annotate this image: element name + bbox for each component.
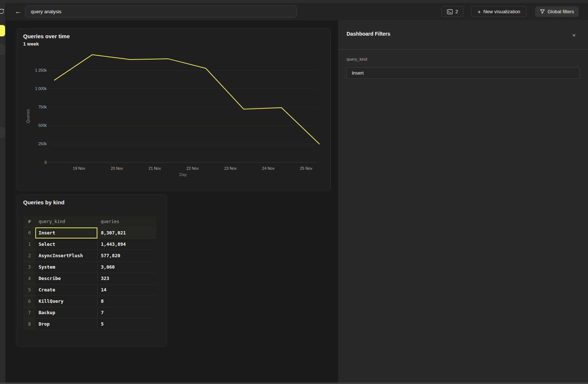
x-axis-tick-label: 25 Nov (300, 166, 312, 171)
console-tabs-button[interactable]: 2 (441, 6, 463, 17)
y-axis-tick-label: 750k (38, 105, 47, 109)
query-kind-cell[interactable]: Describe (35, 273, 97, 284)
queries-over-time-card: Queries over time 1 week 0250k500k750k1 … (17, 28, 331, 191)
queries-count-cell[interactable]: 8,307,021 (97, 227, 157, 238)
x-axis-tick-label: 23 Nov (224, 166, 237, 171)
query-kind-cell[interactable]: AsyncInsertFlush (35, 250, 97, 261)
dashboard-canvas: Queries over time 1 week 0250k500k750k1 … (6, 20, 338, 384)
console-count: 2 (455, 9, 458, 14)
row-index: 4 (24, 273, 35, 284)
table-row: 4Describe323 (24, 273, 157, 284)
new-visualization-label: New visualization (483, 9, 520, 14)
column-header-queries: queries (97, 216, 157, 227)
query-kind-cell[interactable]: Drop (35, 318, 97, 330)
table-row: 2AsyncInsertFlush577,820 (24, 250, 157, 261)
table-row: 7Backup7 (24, 307, 157, 318)
y-axis-tick-label: 0 (44, 160, 47, 165)
dashboard-filters-panel: Dashboard Filters × query_kind (338, 20, 588, 384)
x-axis-tick-label: 20 Nov (111, 166, 123, 171)
new-visualization-button[interactable]: + New visualization (471, 6, 527, 17)
queries-by-kind-table: # query_kind queries 0Insert8,307,0211Se… (24, 216, 157, 330)
query-kind-cell[interactable]: Create (35, 284, 97, 295)
queries-over-time-chart: 0250k500k750k1 000k1 250kQueries19 Nov20… (17, 29, 330, 191)
queries-count-cell[interactable]: 3,060 (97, 261, 157, 273)
query-kind-cell[interactable]: KillQuery (35, 295, 97, 307)
row-index: 1 (24, 238, 35, 250)
queries-line-series (54, 55, 319, 144)
back-button[interactable]: ← (13, 7, 23, 16)
table-row: 5Create14 (24, 284, 157, 295)
close-icon[interactable]: × (570, 32, 578, 39)
y-axis-tick-label: 500k (38, 123, 47, 128)
topbar: ← 2 + New visualization Global filters (6, 3, 588, 20)
queries-count-cell[interactable]: 323 (97, 273, 157, 284)
filter-funnel-icon (540, 9, 545, 14)
y-axis-title: Queries (26, 109, 30, 123)
panel-divider (338, 49, 588, 50)
queries-count-cell[interactable]: 577,820 (97, 250, 157, 261)
history-refresh-icon[interactable] (0, 8, 5, 15)
console-icon (447, 9, 453, 14)
x-axis-title: Day (179, 172, 187, 177)
table-title: Queries by kind (23, 199, 65, 206)
row-index: 2 (24, 250, 35, 261)
queries-count-cell[interactable]: 8 (97, 295, 157, 307)
sidebar-item-2[interactable] (0, 44, 5, 55)
query-kind-cell[interactable]: Backup (35, 307, 97, 318)
query-kind-filter-input[interactable] (347, 67, 580, 79)
global-filters-button[interactable]: Global filters (535, 6, 579, 17)
filter-field-label: query_kind (347, 57, 367, 61)
row-index: 0 (24, 227, 35, 238)
row-index: 5 (24, 284, 35, 295)
column-header-query-kind: query_kind (35, 216, 97, 227)
column-header-index: # (24, 216, 35, 227)
queries-table-body: 0Insert8,307,0211Select1,443,8942AsyncIn… (24, 227, 157, 330)
sidebar-item-active[interactable] (0, 25, 5, 36)
x-axis-tick-label: 24 Nov (262, 166, 275, 171)
y-axis-tick-label: 250k (38, 141, 47, 146)
y-axis-tick-label: 1 250k (35, 68, 47, 72)
queries-count-cell[interactable]: 5 (97, 318, 157, 330)
queries-count-cell[interactable]: 1,443,894 (97, 238, 157, 250)
filters-panel-title: Dashboard Filters (347, 31, 390, 37)
row-index: 6 (24, 295, 35, 307)
row-index: 7 (24, 307, 35, 318)
global-filters-label: Global filters (548, 9, 574, 14)
table-row: 1Select1,443,894 (24, 238, 157, 250)
table-row: 3System3,060 (24, 261, 157, 273)
table-row: 8Drop5 (24, 318, 157, 330)
y-axis-tick-label: 1 000k (35, 86, 47, 91)
x-axis-tick-label: 22 Nov (186, 166, 199, 171)
table-row: 0Insert8,307,021 (24, 227, 157, 238)
query-kind-cell[interactable]: Select (35, 238, 97, 250)
queries-count-cell[interactable]: 7 (97, 307, 157, 318)
x-axis-tick-label: 19 Nov (73, 166, 85, 171)
sidebar-item-3[interactable] (0, 127, 5, 138)
plus-icon: + (477, 8, 481, 15)
left-sidebar (0, 3, 6, 384)
queries-count-cell[interactable]: 14 (97, 284, 157, 295)
row-index: 3 (24, 261, 35, 273)
x-axis-tick-label: 21 Nov (148, 166, 161, 171)
table-row: 6KillQuery8 (24, 295, 157, 307)
query-kind-cell[interactable]: System (35, 261, 97, 273)
queries-by-kind-card: Queries by kind # query_kind queries 0In… (17, 194, 167, 347)
query-kind-cell[interactable]: Insert (35, 227, 97, 238)
window-bottom-edge (0, 383, 588, 384)
table-header-row: # query_kind queries (24, 216, 157, 227)
dashboard-title-input[interactable] (25, 6, 297, 18)
row-index: 8 (24, 318, 35, 330)
